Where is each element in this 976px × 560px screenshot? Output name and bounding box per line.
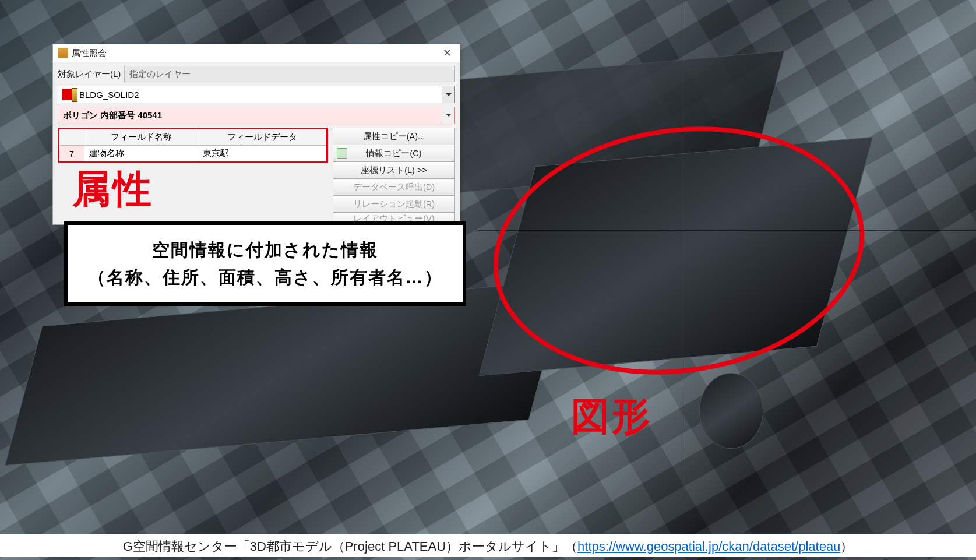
target-layer-select[interactable]: 指定のレイヤー bbox=[124, 66, 455, 82]
coord-list-button[interactable]: 座標リスト(L) >> bbox=[333, 161, 455, 179]
col-field-name-header: フィールド名称 bbox=[84, 129, 198, 146]
caption-line-1: 空間情報に付加された情報 bbox=[82, 237, 449, 264]
citation-prefix: G空間情報センター「3D都市モデル（Project PLATEAU）ポータルサイ… bbox=[123, 539, 577, 554]
polygon-id-text: ポリゴン 内部番号 40541 bbox=[63, 110, 162, 121]
dialog-title: 属性照会 bbox=[72, 48, 107, 59]
chevron-down-icon[interactable] bbox=[442, 107, 454, 124]
dialog-titlebar[interactable]: 属性照会 ✕ bbox=[53, 44, 460, 62]
attribute-query-icon bbox=[58, 48, 68, 58]
col-index-header bbox=[59, 129, 84, 146]
target-layer-label: 対象レイヤー(L) bbox=[58, 69, 121, 80]
copy-info-button[interactable]: 情報コピー(C) bbox=[333, 145, 455, 162]
col-field-data-header: フィールドデータ bbox=[198, 129, 327, 146]
relation-launch-button[interactable]: リレーション起動(R) bbox=[333, 195, 455, 213]
shape-annotation-label: 図形 bbox=[571, 390, 653, 443]
canvas-root: 属性照会 ✕ 対象レイヤー(L) 指定のレイヤー BLDG_SOLID2 ポリゴ… bbox=[0, 0, 976, 560]
caption-line-2: （名称、住所、面積、高さ、所有者名…） bbox=[82, 264, 449, 291]
attribute-table[interactable]: フィールド名称 フィールドデータ 7 建物名称 東京駅 bbox=[58, 128, 328, 163]
database-call-button[interactable]: データベース呼出(D) bbox=[333, 178, 455, 196]
close-icon[interactable]: ✕ bbox=[439, 47, 455, 59]
row-field-data: 東京駅 bbox=[198, 146, 327, 163]
attribute-table-wrap: フィールド名称 フィールドデータ 7 建物名称 東京駅 bbox=[58, 128, 328, 163]
copy-icon bbox=[337, 148, 347, 159]
layer-swatch-icon bbox=[62, 89, 76, 100]
crosshair-vertical bbox=[682, 0, 682, 490]
caption-box: 空間情報に付加された情報 （名称、住所、面積、高さ、所有者名…） bbox=[64, 221, 466, 306]
attribute-annotation-label: 属性 bbox=[72, 163, 154, 216]
target-layer-placeholder: 指定のレイヤー bbox=[129, 69, 191, 80]
row-index: 7 bbox=[59, 146, 84, 163]
citation-suffix: ） bbox=[840, 539, 853, 554]
copy-attribute-button[interactable]: 属性コピー(A)... bbox=[333, 128, 455, 145]
citation-link[interactable]: https://www.geospatial.jp/ckan/dataset/p… bbox=[577, 539, 840, 554]
chevron-down-icon[interactable] bbox=[442, 86, 454, 103]
table-row[interactable]: 7 建物名称 東京駅 bbox=[59, 146, 327, 163]
crosshair-horizontal bbox=[478, 230, 976, 231]
polygon-id-row[interactable]: ポリゴン 内部番号 40541 bbox=[58, 107, 455, 124]
layer-dropdown[interactable]: BLDG_SOLID2 bbox=[58, 86, 455, 103]
target-layer-row: 対象レイヤー(L) 指定のレイヤー bbox=[53, 62, 460, 86]
row-field-name: 建物名称 bbox=[84, 146, 198, 163]
layer-name: BLDG_SOLID2 bbox=[79, 90, 139, 100]
citation-text: G空間情報センター「3D都市モデル（Project PLATEAU）ポータルサイ… bbox=[0, 534, 976, 557]
dialog-button-column: 属性コピー(A)... 情報コピー(C) 座標リスト(L) >> データベース呼… bbox=[333, 128, 455, 224]
